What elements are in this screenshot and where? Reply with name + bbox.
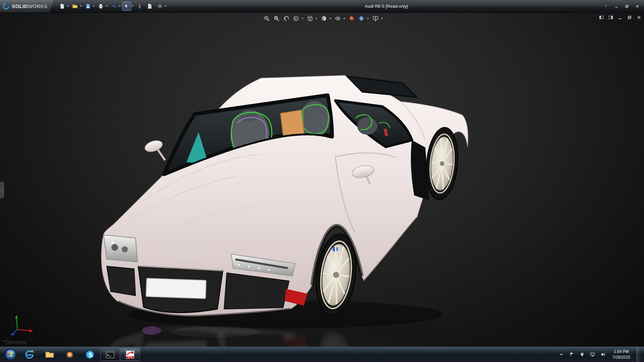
folder-icon [45, 350, 54, 359]
brand-text-light: WORKS [28, 3, 48, 9]
start-taskbar-button[interactable] [2, 348, 19, 361]
file-properties-icon [147, 3, 153, 9]
network-icon [590, 352, 595, 357]
file-properties-button[interactable] [145, 2, 154, 11]
scene-globe-icon [359, 15, 365, 21]
dassault-3ds-logo [3, 3, 9, 10]
solidworks-icon: 2015 [125, 350, 135, 359]
file-explorer-taskbar-button[interactable] [40, 348, 59, 361]
apply-scene-button[interactable] [358, 15, 365, 22]
skype-icon: S [85, 350, 95, 359]
section-view-button[interactable] [292, 15, 300, 22]
start-orb-icon [5, 349, 16, 360]
window-controls: ? [602, 3, 644, 9]
media-player-taskbar-button[interactable] [60, 348, 79, 361]
solidworks-window: SOLIDWORKS ▾▾▾▾▾▾▾ Audi R8 S [Read-only]… [0, 0, 644, 362]
doc-pane-left-button[interactable] [598, 14, 604, 20]
speaker-icon [600, 352, 605, 357]
new-document-button[interactable] [58, 2, 67, 11]
internet-explorer-taskbar-button[interactable] [20, 348, 39, 361]
network-tray-button[interactable] [590, 351, 596, 358]
titlebar: SOLIDWORKS ▾▾▾▾▾▾▾ Audi R8 S [Read-only]… [0, 0, 644, 13]
undo-dropdown-caret[interactable]: ▾ [119, 5, 121, 8]
open-dropdown-caret[interactable]: ▾ [80, 5, 82, 8]
clock-date: 7/28/2015 [612, 355, 630, 360]
options-dropdown-caret[interactable]: ▾ [165, 5, 167, 8]
flag-icon [569, 352, 574, 357]
solidworks-2015-taskbar-button[interactable]: 2015 [120, 348, 140, 361]
flyout-arrow-icon: ‹ [1, 188, 2, 192]
options-button[interactable] [155, 2, 164, 11]
license-plate [146, 278, 206, 299]
restore-button[interactable] [623, 3, 631, 9]
doc-pane-right-button[interactable] [608, 14, 614, 20]
plug-icon [580, 352, 585, 357]
doc-restore-button[interactable] [627, 14, 633, 20]
win-min-icon [614, 4, 619, 8]
viewport-canvas[interactable] [0, 13, 644, 347]
select-cursor-icon [124, 3, 129, 9]
select-dropdown-caret[interactable]: ▾ [132, 5, 133, 8]
print-icon [98, 3, 104, 9]
headsup-toolbar: ▾▾▾▾▾▾ [263, 15, 383, 22]
view-cube-icon [307, 15, 313, 21]
hide-show-items-button[interactable] [334, 15, 341, 22]
pane-right-icon [608, 15, 613, 20]
graphics-viewport: ▾▾▾▾▾▾ ‹ *Dimetric [0, 13, 644, 347]
save-icon [85, 3, 91, 9]
display-style-dropdown-caret[interactable]: ▾ [330, 17, 331, 20]
brand-text: SOLIDWORKS [12, 3, 48, 9]
edit-appearance-button[interactable] [348, 15, 356, 22]
doc-close-button[interactable] [636, 14, 642, 20]
previous-view-icon [283, 15, 289, 21]
win-close-icon [635, 4, 639, 8]
open-button[interactable] [70, 2, 79, 11]
chevron-up-icon [559, 352, 564, 357]
display-style-button[interactable] [320, 15, 328, 22]
zoom-to-fit-button[interactable] [263, 15, 270, 22]
win-restore-icon [627, 15, 632, 20]
power-tray-button[interactable] [579, 351, 585, 358]
doc-window-controls [598, 14, 642, 20]
car-model [101, 75, 468, 328]
save-button[interactable] [84, 2, 93, 11]
pane-left-icon [599, 15, 604, 20]
view-settings-dropdown-caret[interactable]: ▾ [381, 17, 383, 20]
new-document-dropdown-caret[interactable]: ▾ [67, 5, 69, 8]
print-dropdown-caret[interactable]: ▾ [106, 5, 108, 8]
zoom-fit-icon [264, 15, 270, 21]
minimize-button[interactable] [612, 3, 621, 9]
undo-button[interactable] [109, 2, 118, 11]
zoom-to-area-button[interactable] [273, 15, 280, 22]
brand: SOLIDWORKS [0, 0, 54, 12]
help-button[interactable]: ? [602, 3, 610, 9]
apply-scene-dropdown-caret[interactable]: ▾ [367, 17, 369, 20]
taskbar-apps: S2015 [0, 347, 140, 362]
show-hidden-icons-tray-button[interactable] [558, 351, 565, 358]
window-title: Audi R8 S [Read-only] [171, 4, 602, 9]
section-view-dropdown-caret[interactable]: ▾ [302, 17, 303, 20]
close-button[interactable] [633, 3, 641, 9]
view-settings-button[interactable] [372, 15, 379, 22]
options-gear-icon [157, 3, 163, 9]
featuremanager-flyout-handle[interactable]: ‹ [0, 182, 4, 198]
save-dropdown-caret[interactable]: ▾ [93, 5, 95, 8]
volume-tray-button[interactable] [600, 351, 606, 358]
command-window-taskbar-button[interactable] [100, 348, 120, 361]
doc-minimize-button[interactable] [617, 14, 623, 20]
skype-taskbar-button[interactable]: S [80, 348, 100, 361]
select-button[interactable] [122, 2, 131, 11]
undo-icon [111, 3, 117, 9]
view-orientation-dropdown-caret[interactable]: ▾ [316, 17, 317, 20]
view-settings-icon [372, 15, 378, 21]
action-center-tray-button[interactable] [569, 351, 575, 358]
taskbar: S2015 1:54 PM 7/28/2015 [0, 347, 644, 362]
taskbar-clock[interactable]: 1:54 PM 7/28/2015 [610, 349, 632, 360]
previous-view-button[interactable] [282, 15, 290, 22]
show-desktop-button[interactable] [637, 347, 641, 362]
rebuild-button[interactable] [135, 2, 144, 11]
hide-show-items-dropdown-caret[interactable]: ▾ [343, 17, 345, 20]
brand-text-bold: SOLID [12, 3, 28, 9]
view-orientation-button[interactable] [306, 15, 314, 22]
print-button[interactable] [96, 2, 105, 11]
